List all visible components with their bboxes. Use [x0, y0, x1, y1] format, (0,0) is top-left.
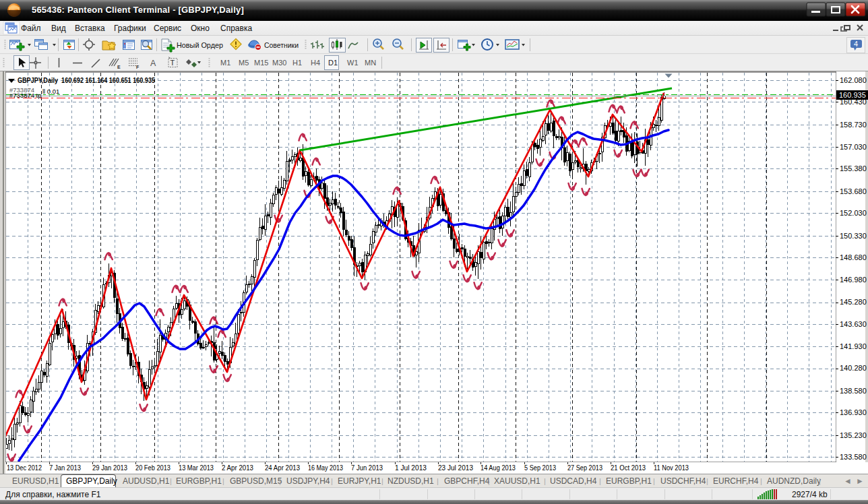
svg-text:1 Jul 2013: 1 Jul 2013	[395, 464, 427, 472]
svg-text:138.580: 138.580	[840, 387, 867, 395]
svg-text:23 Jul 2013: 23 Jul 2013	[438, 464, 473, 472]
svg-text:7 Jun 2013: 7 Jun 2013	[351, 464, 383, 472]
svg-text:155.380: 155.380	[840, 164, 867, 172]
svg-text:133.580: 133.580	[840, 453, 867, 461]
svg-text:141.930: 141.930	[840, 342, 867, 350]
svg-text:145.280: 145.280	[840, 298, 867, 306]
svg-text:11 Nov 2013: 11 Nov 2013	[654, 464, 689, 472]
svg-text:140.280: 140.280	[840, 364, 867, 372]
svg-text:146.980: 146.980	[840, 276, 867, 284]
svg-text:24 Apr 2013: 24 Apr 2013	[265, 464, 300, 472]
svg-text:162.080: 162.080	[840, 76, 867, 84]
svg-text:#733874 tp: #733874 tp	[9, 92, 42, 99]
svg-text:20 Feb 2013: 20 Feb 2013	[135, 464, 170, 472]
svg-text:16 May 2013: 16 May 2013	[308, 464, 343, 472]
svg-text:14 Aug 2013: 14 Aug 2013	[480, 464, 516, 472]
svg-text:158.730: 158.730	[840, 121, 867, 129]
svg-text:136.930: 136.930	[840, 408, 867, 416]
svg-text:152.030: 152.030	[840, 209, 867, 217]
svg-text:13 Mar 2013: 13 Mar 2013	[179, 464, 214, 472]
svg-text:148.680: 148.680	[840, 253, 867, 261]
svg-text:ll 0.01: ll 0.01	[42, 88, 59, 95]
svg-text:13 Dec 2012: 13 Dec 2012	[7, 464, 42, 472]
svg-text:153.680: 153.680	[840, 187, 867, 195]
svg-text:29 Jan 2013: 29 Jan 2013	[92, 464, 127, 472]
svg-text:135.230: 135.230	[840, 431, 867, 439]
svg-text:2 Apr 2013: 2 Apr 2013	[222, 464, 253, 472]
svg-text:143.630: 143.630	[840, 320, 867, 328]
svg-text:GBPJPY,Daily 160.692 161.164: GBPJPY,Daily 160.692 161.164 160.651 160…	[18, 76, 155, 84]
svg-text:21 Oct 2013: 21 Oct 2013	[611, 464, 646, 472]
svg-text:7 Jan 2013: 7 Jan 2013	[49, 464, 81, 472]
svg-text:5 Sep 2013: 5 Sep 2013	[524, 464, 556, 472]
svg-text:27 Sep 2013: 27 Sep 2013	[567, 464, 602, 472]
svg-text:160.935: 160.935	[839, 91, 866, 99]
svg-text:157.030: 157.030	[840, 143, 867, 151]
svg-text:150.330: 150.330	[840, 232, 867, 240]
